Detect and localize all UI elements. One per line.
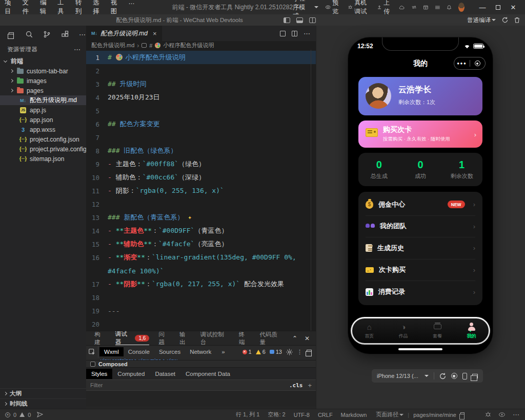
code-line[interactable]: 19---: [86, 304, 316, 317]
open-preview-icon[interactable]: [280, 31, 286, 36]
close-button[interactable]: ✕: [506, 0, 521, 14]
menu-item-…[interactable]: …: [124, 0, 139, 16]
problems-summary[interactable]: ✕ 0 0: [0, 412, 43, 418]
menu-item-history[interactable]: 生成历史›: [366, 237, 475, 259]
composed-checkbox[interactable]: [90, 362, 95, 367]
code-editor[interactable]: 1# 小程序配色升级说明23## 升级时间42025年10月23日56## 配色…: [86, 50, 316, 332]
add-rule-icon[interactable]: +: [308, 382, 312, 389]
panel-tab-调试器[interactable]: 调试器1,6: [115, 331, 150, 345]
inspect-element-icon[interactable]: [86, 346, 98, 358]
layout-grid-icon[interactable]: [423, 5, 428, 10]
code-line[interactable]: 42025年10月23日: [86, 91, 316, 104]
cls-button[interactable]: .cls: [289, 382, 303, 389]
minimize-button[interactable]: —: [475, 0, 490, 14]
more-tabs-icon[interactable]: »: [217, 347, 229, 356]
devtools-tab-Console[interactable]: Console: [124, 347, 154, 356]
trash-icon[interactable]: [514, 17, 520, 23]
toggle-sidebar-icon[interactable]: [284, 17, 290, 23]
panel-tab-终端[interactable]: 终端: [239, 331, 251, 345]
wechat-capsule[interactable]: ●●●: [454, 57, 486, 70]
code-line[interactable]: 3## 升级时间: [86, 77, 316, 91]
editor-more-icon[interactable]: ⋯: [304, 30, 311, 37]
panel-tab-构建[interactable]: 构建: [94, 331, 106, 345]
styles-tab-computed[interactable]: Computed: [112, 369, 150, 379]
refresh-icon[interactable]: [439, 373, 446, 379]
tree-item[interactable]: pages: [0, 86, 86, 95]
devtools-tab-Network[interactable]: Network: [185, 347, 216, 356]
message-count[interactable]: 13: [270, 349, 282, 355]
eol[interactable]: CRLF: [318, 412, 333, 418]
tree-item[interactable]: images: [0, 76, 86, 86]
buy-card-banner[interactable]: 购买次卡 按需购买 · 永久有效 · 随时使用 ›: [358, 121, 482, 148]
preview-button[interactable]: 预览: [326, 0, 341, 16]
panel-close-icon[interactable]: ✕: [305, 335, 310, 342]
tab-我的[interactable]: 我的: [455, 323, 489, 339]
profile-card[interactable]: 云浩学长 剩余次数：1次: [358, 77, 482, 115]
menu-item-文件[interactable]: 文件: [17, 0, 35, 16]
device-select[interactable]: iPhone 12/13 (...: [377, 373, 418, 379]
language-mode[interactable]: Markdown: [341, 412, 367, 418]
refresh-icon[interactable]: [502, 17, 508, 23]
tree-item[interactable]: {··}app.json: [0, 115, 86, 125]
tab-作品[interactable]: ◑作品: [387, 323, 421, 339]
explorer-more-icon[interactable]: ⋯: [74, 46, 81, 53]
code-line[interactable]: 10- 辅助色：`#00cc66`（深绿）: [86, 171, 316, 184]
code-line[interactable]: 20: [86, 317, 316, 331]
filter-input[interactable]: Filter: [90, 382, 103, 388]
more-icon[interactable]: ⋯: [79, 31, 86, 38]
capsule-more-icon[interactable]: ●●●: [454, 61, 470, 66]
copy-icon[interactable]: [460, 412, 465, 417]
menu-item-card[interactable]: 次卡购买›: [366, 259, 475, 282]
editor-scrollbar[interactable]: [311, 50, 311, 332]
outline-section[interactable]: 大纲: [0, 388, 86, 398]
code-line[interactable]: 1# 小程序配色升级说明: [86, 51, 316, 64]
toggle-split-icon[interactable]: [309, 17, 316, 23]
code-line[interactable]: 11- 阴影：`rgba(0, 255, 136, x)`: [86, 184, 316, 197]
code-line[interactable]: 17- **阴影**：`rgba(0, 217, 255, x)` 配合发光效果: [86, 277, 316, 291]
tree-root-folder[interactable]: 前端: [0, 56, 86, 66]
device-frame-icon[interactable]: [462, 373, 467, 379]
styles-tab-dataset[interactable]: Dataset: [150, 369, 180, 379]
eye-icon[interactable]: [498, 412, 506, 417]
menu-item-视图[interactable]: 视图: [106, 0, 124, 16]
timeline-section[interactable]: 时间线: [0, 398, 86, 409]
encoding[interactable]: UTF-8: [294, 412, 310, 418]
tab-close-icon[interactable]: ×: [153, 30, 157, 37]
panel-tab-代码质量[interactable]: 代码质量: [259, 331, 282, 345]
feedback-icon[interactable]: [37, 412, 43, 417]
indent-setting[interactable]: 空格: 2: [268, 411, 285, 418]
code-line[interactable]: 12: [86, 197, 316, 211]
code-line[interactable]: 6## 配色方案变更: [86, 117, 316, 131]
editor-tab[interactable]: M↓ 配色升级说明.md ×: [86, 26, 163, 41]
search-icon[interactable]: [25, 30, 33, 38]
tree-item[interactable]: {··}sitemap.json: [0, 154, 86, 164]
tree-item[interactable]: 3app.wxss: [0, 125, 86, 134]
compile-mode-select[interactable]: 普通编译: [467, 16, 496, 24]
menu-item-选择[interactable]: 选择: [88, 0, 106, 16]
code-line[interactable]: 14- **主题色**：`#00D9FF`（青蓝色）: [86, 224, 316, 237]
page-path-select[interactable]: 页面路径: [376, 411, 403, 418]
capsule-close-icon[interactable]: [470, 61, 486, 66]
bug-icon[interactable]: [485, 412, 491, 417]
error-count[interactable]: ✕1: [243, 349, 252, 355]
devtools-tab-Sources[interactable]: Sources: [154, 347, 185, 356]
styles-tab-styles[interactable]: Styles: [86, 369, 112, 379]
tab-套餐[interactable]: 套餐: [420, 323, 455, 339]
styles-tab-component-data[interactable]: Component Data: [180, 369, 235, 379]
code-line[interactable]: 15- **辅助色**：`#4facfe`（亮蓝色）: [86, 237, 316, 251]
record-icon[interactable]: [451, 373, 457, 379]
maximize-button[interactable]: [490, 0, 506, 14]
split-editor-icon[interactable]: [292, 31, 297, 36]
code-line[interactable]: 8### 旧配色（绿色系）: [86, 144, 316, 157]
upload-button[interactable]: 上传: [377, 0, 392, 16]
statusbar-more-icon[interactable]: ⋯: [513, 411, 520, 418]
panel-tab-输出[interactable]: 输出: [179, 331, 191, 345]
toggle-panel-icon[interactable]: [296, 17, 303, 23]
cursor-position[interactable]: 行 1, 列 1: [236, 411, 259, 418]
warning-count[interactable]: 6: [256, 349, 266, 355]
menu-item-team[interactable]: 我的团队›: [366, 216, 475, 238]
remote-debug-button[interactable]: 真机调试: [348, 0, 371, 16]
devtools-tab-Wxml[interactable]: Wxml: [99, 347, 124, 356]
gear-icon[interactable]: [286, 349, 293, 355]
menu-item-转到[interactable]: 转到: [71, 0, 88, 16]
